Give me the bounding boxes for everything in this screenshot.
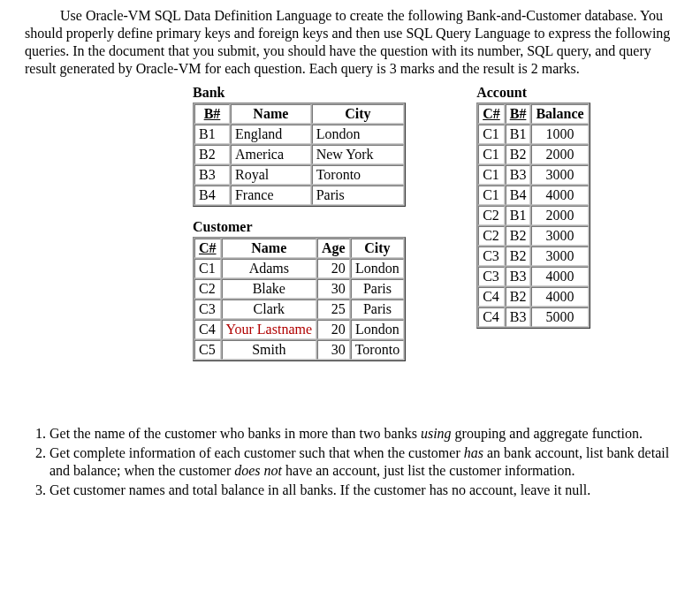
- account-label: Account: [476, 85, 590, 101]
- table-row: C1 B2 2000: [478, 145, 588, 164]
- account-cell: C2: [478, 226, 505, 246]
- table-row: B2 America New York: [194, 145, 404, 164]
- customer-cell: 20: [317, 259, 350, 278]
- account-header-bnum: B#: [506, 104, 531, 124]
- account-cell: B3: [506, 165, 531, 185]
- customer-cell: London: [351, 259, 404, 278]
- account-cell: C2: [478, 206, 505, 225]
- account-cell: 3000: [531, 165, 588, 185]
- account-header-balance: Balance: [531, 104, 588, 124]
- customer-cell: C4: [194, 320, 221, 339]
- account-cell: 5000: [531, 307, 588, 327]
- account-cell: B1: [506, 125, 531, 144]
- question-text: have an account, just list the customer …: [282, 463, 574, 478]
- account-cell: C4: [478, 307, 505, 327]
- customer-label: Customer: [193, 219, 406, 235]
- bank-header-bnum: B#: [194, 104, 230, 124]
- table-row: C5 Smith 30 Toronto: [194, 340, 404, 360]
- account-cell: C1: [478, 165, 505, 185]
- table-row: C3 B3 4000: [478, 267, 588, 286]
- bank-cell: Toronto: [312, 165, 404, 185]
- question-3: Get customer names and total balance in …: [49, 481, 675, 499]
- customer-cell: 30: [317, 340, 350, 360]
- account-cell: 2000: [531, 145, 588, 164]
- account-cell: 1000: [531, 125, 588, 144]
- table-row: C2 Blake 30 Paris: [194, 279, 404, 299]
- table-row: B4 France Paris: [194, 186, 404, 205]
- table-row: C1 B1 1000: [478, 125, 588, 144]
- bank-cell: B1: [194, 125, 230, 144]
- account-cell: C1: [478, 186, 505, 205]
- account-cell: B1: [506, 206, 531, 225]
- question-1: Get the name of the customer who banks i…: [49, 425, 675, 443]
- questions-list: Get the name of the customer who banks i…: [25, 425, 675, 499]
- customer-cell: C2: [194, 279, 221, 299]
- account-cell: C3: [478, 267, 505, 286]
- table-row: C1 B3 3000: [478, 165, 588, 185]
- bank-cell: New York: [312, 145, 404, 164]
- bank-header-city: City: [312, 104, 404, 124]
- bank-cell: B3: [194, 165, 230, 185]
- intro-paragraph: Use Oracle-VM SQL Data Definition Langua…: [25, 7, 675, 78]
- table-row: C3 Clark 25 Paris: [194, 300, 404, 319]
- account-cell: 2000: [531, 206, 588, 225]
- table-row: B3 Royal Toronto: [194, 165, 404, 185]
- bank-cell: France: [231, 186, 311, 205]
- customer-header-cnum: C#: [194, 239, 221, 258]
- table-row: C1 B4 4000: [478, 186, 588, 205]
- bank-cell: England: [231, 125, 311, 144]
- customer-header-city: City: [351, 239, 404, 258]
- customer-cell: Smith: [222, 340, 316, 360]
- table-row: C2 B2 3000: [478, 226, 588, 246]
- customer-cell: Paris: [351, 279, 404, 299]
- table-row: C# Name Age City: [194, 239, 404, 258]
- question-text: grouping and aggregate function.: [452, 426, 643, 441]
- customer-header-name: Name: [222, 239, 316, 258]
- customer-cell: Clark: [222, 300, 316, 319]
- tables-area: Bank B# Name City B1 England London B2 A…: [193, 83, 675, 372]
- bank-cell: B2: [194, 145, 230, 164]
- bank-label: Bank: [193, 85, 406, 101]
- question-em: has: [464, 445, 483, 460]
- customer-cell: Paris: [351, 300, 404, 319]
- customer-cell: 25: [317, 300, 350, 319]
- table-row: C4 B3 5000: [478, 307, 588, 327]
- question-text: Get the name of the customer who banks i…: [49, 426, 421, 441]
- account-cell: B4: [506, 186, 531, 205]
- customer-cell-lastname: Your Lastname: [222, 320, 316, 339]
- table-row: C3 B2 3000: [478, 246, 588, 266]
- account-cell: C3: [478, 246, 505, 266]
- question-2: Get complete information of each custome…: [49, 444, 675, 480]
- bank-cell: Paris: [312, 186, 404, 205]
- account-cell: B3: [506, 307, 531, 327]
- customer-cell: C3: [194, 300, 221, 319]
- customer-header-age: Age: [317, 239, 350, 258]
- account-cell: 4000: [531, 186, 588, 205]
- customer-cell: Blake: [222, 279, 316, 299]
- table-row: C2 B1 2000: [478, 206, 588, 225]
- customer-cell: London: [351, 320, 404, 339]
- table-row: B1 England London: [194, 125, 404, 144]
- table-row: C1 Adams 20 London: [194, 259, 404, 278]
- bank-cell: America: [231, 145, 311, 164]
- question-text: Get complete information of each custome…: [49, 445, 464, 460]
- bank-cell: B4: [194, 186, 230, 205]
- bank-header-name: Name: [231, 104, 311, 124]
- table-row: C4 B2 4000: [478, 287, 588, 307]
- customer-cell: C1: [194, 259, 221, 278]
- account-header-cnum: C#: [478, 104, 505, 124]
- bank-cell: London: [312, 125, 404, 144]
- customer-cell: C5: [194, 340, 221, 360]
- table-row: B# Name City: [194, 104, 404, 124]
- table-row: C4 Your Lastname 20 London: [194, 320, 404, 339]
- account-cell: 4000: [531, 267, 588, 286]
- account-cell: B2: [506, 246, 531, 266]
- account-cell: B2: [506, 226, 531, 246]
- account-table: C# B# Balance C1 B1 1000 C1 B2 2000 C1 B…: [476, 102, 590, 329]
- account-cell: 3000: [531, 226, 588, 246]
- account-cell: 3000: [531, 246, 588, 266]
- customer-cell: Adams: [222, 259, 316, 278]
- bank-cell: Royal: [231, 165, 311, 185]
- account-cell: B3: [506, 267, 531, 286]
- customer-cell: 20: [317, 320, 350, 339]
